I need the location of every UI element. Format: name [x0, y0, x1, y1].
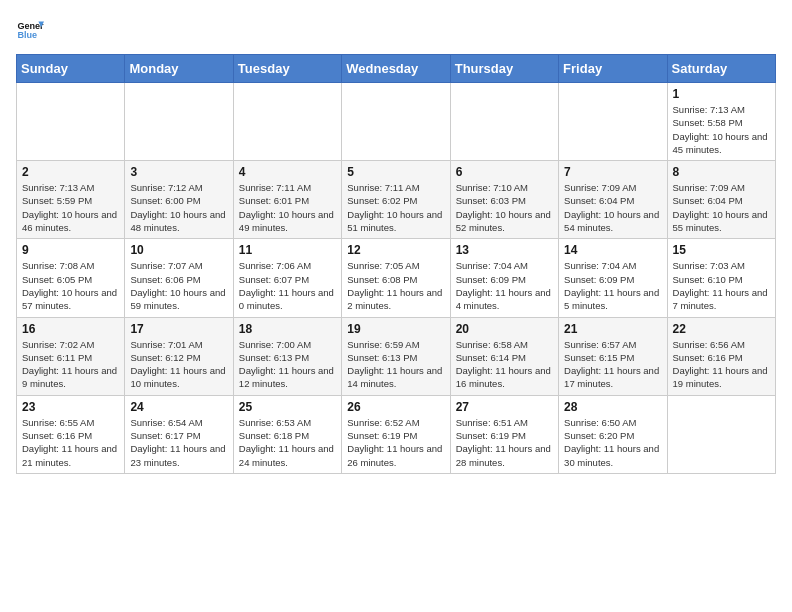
weekday-header-friday: Friday [559, 55, 667, 83]
day-cell: 15Sunrise: 7:03 AM Sunset: 6:10 PM Dayli… [667, 239, 775, 317]
day-cell [233, 83, 341, 161]
weekday-header-wednesday: Wednesday [342, 55, 450, 83]
day-cell: 19Sunrise: 6:59 AM Sunset: 6:13 PM Dayli… [342, 317, 450, 395]
day-info: Sunrise: 6:51 AM Sunset: 6:19 PM Dayligh… [456, 416, 553, 469]
day-cell: 4Sunrise: 7:11 AM Sunset: 6:01 PM Daylig… [233, 161, 341, 239]
day-info: Sunrise: 6:56 AM Sunset: 6:16 PM Dayligh… [673, 338, 770, 391]
day-number: 14 [564, 243, 661, 257]
day-info: Sunrise: 6:53 AM Sunset: 6:18 PM Dayligh… [239, 416, 336, 469]
day-info: Sunrise: 6:54 AM Sunset: 6:17 PM Dayligh… [130, 416, 227, 469]
day-cell: 14Sunrise: 7:04 AM Sunset: 6:09 PM Dayli… [559, 239, 667, 317]
day-cell [450, 83, 558, 161]
day-cell: 25Sunrise: 6:53 AM Sunset: 6:18 PM Dayli… [233, 395, 341, 473]
day-number: 20 [456, 322, 553, 336]
day-number: 22 [673, 322, 770, 336]
day-cell: 7Sunrise: 7:09 AM Sunset: 6:04 PM Daylig… [559, 161, 667, 239]
weekday-header-saturday: Saturday [667, 55, 775, 83]
day-number: 5 [347, 165, 444, 179]
day-info: Sunrise: 7:12 AM Sunset: 6:00 PM Dayligh… [130, 181, 227, 234]
calendar-header: SundayMondayTuesdayWednesdayThursdayFrid… [17, 55, 776, 83]
weekday-header-thursday: Thursday [450, 55, 558, 83]
day-number: 17 [130, 322, 227, 336]
day-number: 6 [456, 165, 553, 179]
calendar: SundayMondayTuesdayWednesdayThursdayFrid… [16, 54, 776, 474]
day-info: Sunrise: 7:11 AM Sunset: 6:02 PM Dayligh… [347, 181, 444, 234]
day-cell: 21Sunrise: 6:57 AM Sunset: 6:15 PM Dayli… [559, 317, 667, 395]
weekday-header-sunday: Sunday [17, 55, 125, 83]
day-cell: 17Sunrise: 7:01 AM Sunset: 6:12 PM Dayli… [125, 317, 233, 395]
day-number: 18 [239, 322, 336, 336]
day-info: Sunrise: 6:58 AM Sunset: 6:14 PM Dayligh… [456, 338, 553, 391]
day-number: 19 [347, 322, 444, 336]
day-cell: 27Sunrise: 6:51 AM Sunset: 6:19 PM Dayli… [450, 395, 558, 473]
day-info: Sunrise: 6:52 AM Sunset: 6:19 PM Dayligh… [347, 416, 444, 469]
logo: General Blue [16, 16, 48, 44]
day-cell: 23Sunrise: 6:55 AM Sunset: 6:16 PM Dayli… [17, 395, 125, 473]
day-cell: 12Sunrise: 7:05 AM Sunset: 6:08 PM Dayli… [342, 239, 450, 317]
day-number: 26 [347, 400, 444, 414]
svg-text:Blue: Blue [17, 30, 37, 40]
day-cell [342, 83, 450, 161]
week-row-3: 9Sunrise: 7:08 AM Sunset: 6:05 PM Daylig… [17, 239, 776, 317]
day-cell [17, 83, 125, 161]
day-number: 9 [22, 243, 119, 257]
day-number: 23 [22, 400, 119, 414]
day-cell: 9Sunrise: 7:08 AM Sunset: 6:05 PM Daylig… [17, 239, 125, 317]
day-cell [559, 83, 667, 161]
day-cell: 20Sunrise: 6:58 AM Sunset: 6:14 PM Dayli… [450, 317, 558, 395]
day-number: 13 [456, 243, 553, 257]
day-number: 12 [347, 243, 444, 257]
day-number: 1 [673, 87, 770, 101]
day-info: Sunrise: 6:59 AM Sunset: 6:13 PM Dayligh… [347, 338, 444, 391]
day-cell: 24Sunrise: 6:54 AM Sunset: 6:17 PM Dayli… [125, 395, 233, 473]
day-cell: 28Sunrise: 6:50 AM Sunset: 6:20 PM Dayli… [559, 395, 667, 473]
day-number: 28 [564, 400, 661, 414]
day-cell: 1Sunrise: 7:13 AM Sunset: 5:58 PM Daylig… [667, 83, 775, 161]
day-cell: 13Sunrise: 7:04 AM Sunset: 6:09 PM Dayli… [450, 239, 558, 317]
page-header: General Blue [16, 16, 776, 44]
day-info: Sunrise: 7:01 AM Sunset: 6:12 PM Dayligh… [130, 338, 227, 391]
week-row-1: 1Sunrise: 7:13 AM Sunset: 5:58 PM Daylig… [17, 83, 776, 161]
day-cell [667, 395, 775, 473]
day-info: Sunrise: 7:00 AM Sunset: 6:13 PM Dayligh… [239, 338, 336, 391]
day-info: Sunrise: 7:09 AM Sunset: 6:04 PM Dayligh… [673, 181, 770, 234]
day-number: 10 [130, 243, 227, 257]
day-info: Sunrise: 6:57 AM Sunset: 6:15 PM Dayligh… [564, 338, 661, 391]
day-cell: 11Sunrise: 7:06 AM Sunset: 6:07 PM Dayli… [233, 239, 341, 317]
day-info: Sunrise: 7:13 AM Sunset: 5:59 PM Dayligh… [22, 181, 119, 234]
weekday-row: SundayMondayTuesdayWednesdayThursdayFrid… [17, 55, 776, 83]
day-info: Sunrise: 7:07 AM Sunset: 6:06 PM Dayligh… [130, 259, 227, 312]
day-cell: 8Sunrise: 7:09 AM Sunset: 6:04 PM Daylig… [667, 161, 775, 239]
week-row-4: 16Sunrise: 7:02 AM Sunset: 6:11 PM Dayli… [17, 317, 776, 395]
day-cell: 26Sunrise: 6:52 AM Sunset: 6:19 PM Dayli… [342, 395, 450, 473]
day-info: Sunrise: 7:09 AM Sunset: 6:04 PM Dayligh… [564, 181, 661, 234]
day-number: 16 [22, 322, 119, 336]
day-cell: 10Sunrise: 7:07 AM Sunset: 6:06 PM Dayli… [125, 239, 233, 317]
day-number: 7 [564, 165, 661, 179]
day-info: Sunrise: 7:05 AM Sunset: 6:08 PM Dayligh… [347, 259, 444, 312]
day-number: 3 [130, 165, 227, 179]
day-info: Sunrise: 7:02 AM Sunset: 6:11 PM Dayligh… [22, 338, 119, 391]
weekday-header-tuesday: Tuesday [233, 55, 341, 83]
day-number: 21 [564, 322, 661, 336]
day-info: Sunrise: 7:11 AM Sunset: 6:01 PM Dayligh… [239, 181, 336, 234]
week-row-2: 2Sunrise: 7:13 AM Sunset: 5:59 PM Daylig… [17, 161, 776, 239]
day-number: 15 [673, 243, 770, 257]
day-cell [125, 83, 233, 161]
day-cell: 16Sunrise: 7:02 AM Sunset: 6:11 PM Dayli… [17, 317, 125, 395]
day-number: 25 [239, 400, 336, 414]
day-number: 24 [130, 400, 227, 414]
day-info: Sunrise: 7:04 AM Sunset: 6:09 PM Dayligh… [456, 259, 553, 312]
day-info: Sunrise: 7:08 AM Sunset: 6:05 PM Dayligh… [22, 259, 119, 312]
day-cell: 2Sunrise: 7:13 AM Sunset: 5:59 PM Daylig… [17, 161, 125, 239]
calendar-body: 1Sunrise: 7:13 AM Sunset: 5:58 PM Daylig… [17, 83, 776, 474]
day-info: Sunrise: 7:13 AM Sunset: 5:58 PM Dayligh… [673, 103, 770, 156]
day-cell: 22Sunrise: 6:56 AM Sunset: 6:16 PM Dayli… [667, 317, 775, 395]
day-info: Sunrise: 6:55 AM Sunset: 6:16 PM Dayligh… [22, 416, 119, 469]
day-info: Sunrise: 7:03 AM Sunset: 6:10 PM Dayligh… [673, 259, 770, 312]
day-info: Sunrise: 7:04 AM Sunset: 6:09 PM Dayligh… [564, 259, 661, 312]
day-cell: 3Sunrise: 7:12 AM Sunset: 6:00 PM Daylig… [125, 161, 233, 239]
day-number: 4 [239, 165, 336, 179]
day-cell: 5Sunrise: 7:11 AM Sunset: 6:02 PM Daylig… [342, 161, 450, 239]
week-row-5: 23Sunrise: 6:55 AM Sunset: 6:16 PM Dayli… [17, 395, 776, 473]
